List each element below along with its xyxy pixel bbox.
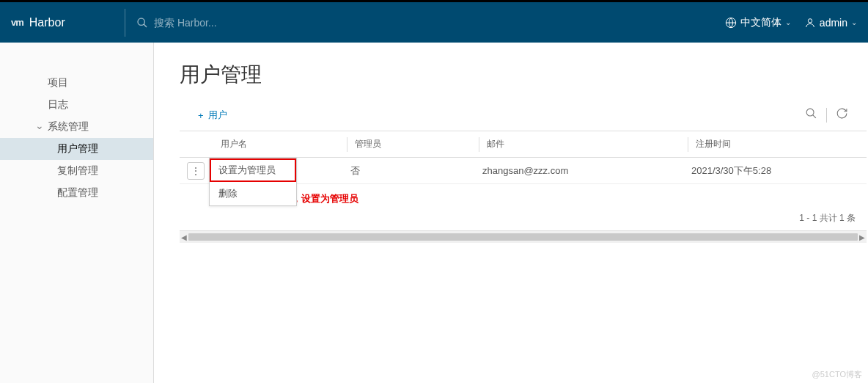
table-header: 用户名 管理员 邮件 注册时间	[180, 131, 867, 158]
menu-delete[interactable]: 删除	[210, 182, 296, 205]
sidebar-item-users[interactable]: 用户管理	[0, 138, 153, 160]
user-icon	[804, 17, 816, 29]
toolbar: + 用户	[180, 103, 867, 131]
header: vm Harbor 中文简体 ⌄ admin ⌄	[0, 2, 868, 43]
chevron-down-icon: ⌄	[785, 18, 791, 26]
row-actions-menu: 设置为管理员 删除	[209, 158, 297, 206]
vmware-logo: vm	[11, 17, 23, 28]
chevron-down-icon: ⌄	[851, 18, 857, 26]
plus-icon: +	[198, 110, 204, 121]
col-header-time[interactable]: 注册时间	[688, 137, 867, 152]
filter-search-icon[interactable]	[805, 107, 817, 123]
sidebar-item-projects[interactable]: 项目	[0, 72, 153, 94]
cell-time: 2021/3/30下午5:28	[688, 164, 867, 178]
scroll-right-icon[interactable]: ▶	[859, 233, 865, 241]
divider	[826, 108, 827, 123]
app-name: Harbor	[29, 16, 65, 29]
main: 项目 日志 系统管理 用户管理 复制管理 配置管理 用户管理 + 用户	[0, 43, 868, 383]
scroll-left-icon[interactable]: ◀	[181, 233, 187, 241]
search-icon	[136, 17, 148, 29]
content: 用户管理 + 用户	[154, 43, 868, 383]
refresh-icon[interactable]	[836, 107, 848, 123]
sidebar-item-replication[interactable]: 复制管理	[0, 160, 153, 182]
divider	[125, 9, 125, 37]
search-input[interactable]	[154, 17, 374, 29]
cell-admin: 否	[347, 164, 479, 178]
svg-line-6	[813, 115, 816, 118]
page-title: 用户管理	[180, 61, 867, 89]
col-header-admin[interactable]: 管理员	[347, 137, 479, 152]
user-label: admin	[820, 17, 847, 29]
add-user-button[interactable]: + 用户	[198, 109, 227, 122]
logo-area: vm Harbor	[11, 16, 125, 29]
globe-icon	[725, 17, 737, 29]
col-header-name[interactable]: 用户名	[212, 138, 347, 150]
search-area[interactable]	[136, 17, 725, 29]
sidebar-item-config[interactable]: 配置管理	[0, 182, 153, 204]
pagination: 1 - 1 共计 1 条	[180, 205, 867, 231]
scroll-track[interactable]	[188, 233, 858, 241]
add-user-label: 用户	[208, 109, 227, 122]
sidebar: 项目 日志 系统管理 用户管理 复制管理 配置管理	[0, 43, 154, 383]
row-actions-button[interactable]: ⋮	[187, 162, 205, 180]
svg-line-1	[144, 24, 147, 27]
svg-point-4	[808, 18, 812, 22]
watermark: @51CTO博客	[812, 369, 862, 380]
user-menu[interactable]: admin ⌄	[804, 17, 857, 29]
user-table: 用户名 管理员 邮件 注册时间 ⋮ 否 zhangsan@zzz.com 202…	[180, 131, 867, 243]
cell-email: zhangsan@zzz.com	[479, 165, 688, 176]
sidebar-item-system[interactable]: 系统管理	[0, 116, 153, 138]
header-right: 中文简体 ⌄ admin ⌄	[725, 16, 857, 29]
svg-point-0	[138, 18, 144, 25]
toolbar-right	[805, 107, 859, 123]
language-selector[interactable]: 中文简体 ⌄	[725, 16, 791, 29]
menu-set-admin[interactable]: 设置为管理员	[210, 158, 296, 182]
svg-point-5	[806, 109, 814, 116]
col-header-email[interactable]: 邮件	[479, 137, 688, 152]
language-label: 中文简体	[740, 16, 781, 29]
sidebar-item-logs[interactable]: 日志	[0, 94, 153, 116]
horizontal-scrollbar[interactable]: ◀ ▶	[180, 231, 867, 243]
